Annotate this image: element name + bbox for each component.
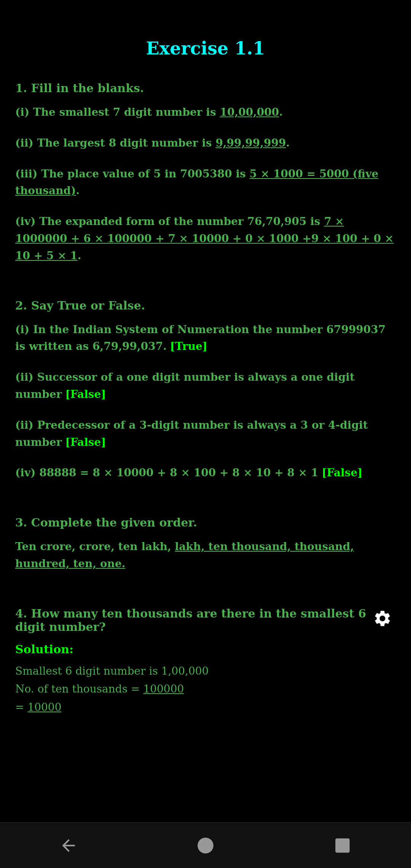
question-3-1: Ten crore, crore, ten lakh, lakh, ten th… xyxy=(15,538,396,573)
q3-text-before: (iii) The place value of 5 in 7005380 is xyxy=(15,168,250,180)
solution-line1: Smallest 6 digit number is 1,00,000 xyxy=(15,662,396,680)
solution-block: Solution: Smallest 6 digit number is 1,0… xyxy=(15,643,396,716)
solution-label: Solution: xyxy=(15,643,396,656)
section-2: 2. Say True or False. (i) In the Indian … xyxy=(15,299,396,482)
section-3-header: 3. Complete the given order. xyxy=(15,516,396,529)
solution-line3: = 10000 xyxy=(15,698,396,716)
back-button[interactable] xyxy=(57,834,80,857)
q4-text-after: . xyxy=(78,249,81,262)
question-1-3: (iii) The place value of 5 in 7005380 is… xyxy=(15,166,396,200)
solution-line2-before: No. of ten thousands = xyxy=(15,683,143,695)
section-4: 4. How many ten thousands are there in t… xyxy=(15,607,396,716)
section-1-header: 1. Fill in the blanks. xyxy=(15,81,396,95)
question-2-3: (ii) Predecessor of a 3-digit number is … xyxy=(15,417,396,451)
q2-3-answer: [False] xyxy=(65,436,106,448)
svg-point-0 xyxy=(198,838,213,854)
recent-button[interactable] xyxy=(331,834,354,857)
q2-text-after: . xyxy=(286,137,290,149)
section-1: 1. Fill in the blanks. (i) The smallest … xyxy=(15,81,396,265)
question-2-2: (ii) Successor of a one digit number is … xyxy=(15,369,396,403)
q1-text-after: . xyxy=(279,106,283,118)
question-2-4: (iv) 88888 = 8 × 10000 + 8 × 100 + 8 × 1… xyxy=(15,464,396,482)
q2-4-answer: [False] xyxy=(322,466,362,479)
page-title: Exercise 1.1 xyxy=(15,38,396,59)
section-3: 3. Complete the given order. Ten crore, … xyxy=(15,516,396,573)
q2-1-answer: [True] xyxy=(170,340,207,353)
section-2-header: 2. Say True or False. xyxy=(15,299,396,312)
question-1-1: (i) The smallest 7 digit number is 10,00… xyxy=(15,104,396,121)
nav-bar xyxy=(0,822,411,868)
solution-line3-before: = xyxy=(15,701,27,713)
home-button[interactable] xyxy=(194,834,217,857)
solution-line2-answer: 100000 xyxy=(143,683,184,695)
page-content: Exercise 1.1 1. Fill in the blanks. (i) … xyxy=(0,0,411,781)
question-1-2: (ii) The largest 8 digit number is 9,99,… xyxy=(15,135,396,152)
question-2-1: (i) In the Indian System of Numeration t… xyxy=(15,321,396,356)
q2-answer: 9,99,99,999 xyxy=(215,137,286,149)
q2-text-before: (ii) The largest 8 digit number is xyxy=(15,137,215,149)
section-4-header: 4. How many ten thousands are there in t… xyxy=(15,607,396,633)
q2-2-answer: [False] xyxy=(65,388,106,400)
q3-text-before: Ten crore, crore, ten lakh, xyxy=(15,540,175,553)
q1-answer: 10,00,000 xyxy=(220,106,279,118)
question-1-4: (iv) The expanded form of the number 76,… xyxy=(15,213,396,264)
gear-icon[interactable] xyxy=(373,609,392,631)
svg-rect-1 xyxy=(335,838,350,853)
q2-4-text: (iv) 88888 = 8 × 10000 + 8 × 100 + 8 × 1… xyxy=(15,466,318,479)
solution-line3-answer: 10000 xyxy=(27,701,61,713)
q1-text-before: (i) The smallest 7 digit number is xyxy=(15,106,220,118)
solution-line2: No. of ten thousands = 100000 xyxy=(15,680,396,698)
q4-text-before: (iv) The expanded form of the number 76,… xyxy=(15,215,324,228)
q3-text-after: . xyxy=(76,184,80,197)
